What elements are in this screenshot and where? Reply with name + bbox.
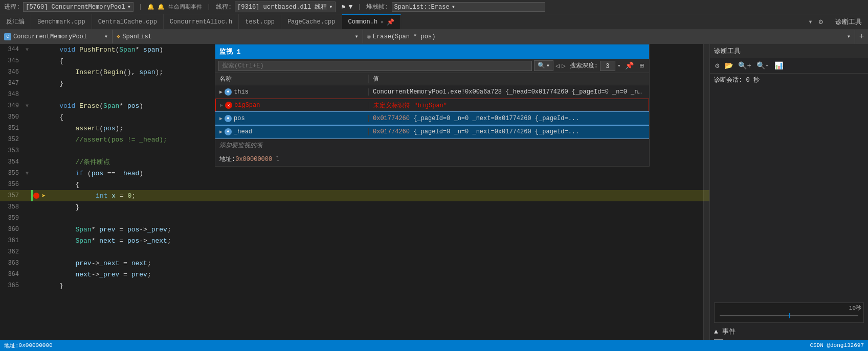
line-content-363: prev->_next = next; [41,260,709,267]
watch-row-this[interactable]: ▶ ● this ConcurrentMemoryPool.exe!0x00a6… [215,85,649,99]
tab-concurrentalloc[interactable]: ConcurrentAlloc.h [164,14,239,29]
watch-search-button[interactable]: 🔍 ▾ [534,60,553,71]
status-right: CSDN @dong132697 [810,342,864,348]
watch-row-head[interactable]: ▶ ● _head 0x01774260 {_pageId=0 _n=0 _ne… [215,125,649,138]
thread-dropdown[interactable]: [9316] ucrtbased.dll 线程 ▾ [235,2,335,12]
breakpoint-357[interactable] [33,193,39,199]
watch-row-pos-value: 0x01774260 {_pageId=0 _n=0 _next=0x01774… [369,115,649,122]
sep2: | [207,4,211,11]
diag-zoom-in-icon[interactable]: 🔍+ [737,60,752,71]
events-label: ▲ 事件 [714,328,736,336]
line-num-344: 344 [0,46,23,53]
line-content-357: int x = 0; [46,192,709,200]
function-dropdown[interactable]: ◉ Erase(Span * pos) ▾ [363,30,855,43]
watch-bottom-bar: 地址: 0x00000000 ⤵ [215,152,649,166]
tab-pagecache[interactable]: PageCache.cpp [281,14,342,29]
code-line-360: 360 Span* prev = pos->_prev; [0,224,709,235]
function-chevron-icon: ▾ [847,33,851,40]
line-num-352: 352 [0,136,23,143]
line-num-349: 349 [0,102,23,109]
top-bar: 进程: [5760] ConcurrentMemoryPool ▾ | 🔔 🔔 … [0,0,868,14]
line-num-355: 355 [0,170,23,177]
watch-grid-icon[interactable]: ⊞ [638,60,646,71]
depth-dropdown-icon[interactable]: ▾ [617,62,621,69]
tab-commonh-pin-icon[interactable]: 📌 [387,18,394,26]
watch-search-input[interactable] [218,61,532,71]
class-value: ConcurrentMemoryPool [13,33,87,40]
line-content-365: } [41,282,709,290]
tab-commonh[interactable]: Common.h ✕ 📌 [342,14,402,29]
tab-benchmark[interactable]: Benchmark.cpp [31,14,92,29]
watch-add-hint: 添加要监视的项 [219,141,262,150]
watch-row-pos[interactable]: ▶ ● pos 0x01774260 {_pageId=0 _n=0 _next… [215,112,649,125]
line-content-364: next->_prev = prev; [41,271,709,278]
line-num-345: 345 [0,57,23,64]
tab-centralcache-label: CentralCache.cpp [98,18,157,26]
watch-col-value-header: 值 [369,75,649,83]
tab-test[interactable]: test.cpp [239,14,281,29]
tab-commonh-close-icon[interactable]: ✕ [381,19,384,25]
tab-list-icon[interactable]: ▾ [806,16,814,27]
diagnostics-timeline[interactable]: 10秒 [714,302,864,323]
watch-toolbar: 🔍 ▾ ◁ ▷ 搜索深度: ▾ 📌 ⊞ [215,59,649,73]
method-dropdown[interactable]: ❖ SpanList ▾ [113,30,363,43]
line-num-360: 360 [0,226,23,233]
search-depth-label: 搜索深度: [570,61,598,70]
process-dropdown[interactable]: [5760] ConcurrentMemoryPool ▾ [23,2,133,12]
thread-value: [9316] ucrtbased.dll 线程 [237,3,327,11]
watch-bigspan-label: bigSpan [234,102,260,109]
watch-title: 监视 1 [219,47,241,56]
tab-test-label: test.cpp [245,18,275,26]
search-depth-input[interactable] [600,61,615,71]
process-chevron-icon: ▾ [127,3,131,11]
line-num-347: 347 [0,80,23,87]
expand-this-icon[interactable]: ▶ [219,89,222,95]
line-content-358: } [41,203,709,211]
filter-icon[interactable]: ⚑ [342,3,346,11]
fold-349[interactable]: ▼ [23,103,31,109]
diag-chart-icon[interactable]: 📊 [773,60,784,71]
tab-centralcache[interactable]: CentralCache.cpp [92,14,164,29]
expand-bigspan-icon[interactable]: ▶ [220,102,223,108]
watch-row-pos-name: ▶ ● pos [215,115,369,122]
watch-pin-icon[interactable]: 📌 [623,60,636,71]
watch-add-row[interactable]: 添加要监视的项 [215,138,649,152]
line-num-350: 350 [0,113,23,121]
watch-pos-details: {_pageId=0 _n=0 _next=0x01774260 {_pageI… [413,115,579,122]
timeline-cursor[interactable] [789,313,790,318]
lifecycle-label: 🔔 生命周期事件 [158,3,202,11]
watch-address-nav-icon: ⤵ [276,155,279,163]
status-address-label: 地址: [4,342,19,349]
line-num-354: 354 [0,158,23,166]
code-line-365: 365 } [0,280,709,291]
nav-bar: C ConcurrentMemoryPool ▾ ❖ SpanList ▾ ◉ … [0,30,868,44]
stack-dropdown[interactable]: SpanList::Erase ▾ [392,2,545,12]
line-num-362: 362 [0,248,23,255]
process-value: [5760] ConcurrentMemoryPool [26,4,125,11]
watch-table: 名称 值 ▶ ● this ConcurrentMemoryPool.exe!0… [215,73,649,152]
watch-head-addr: 0x01774260 [373,128,410,135]
class-dropdown[interactable]: C ConcurrentMemoryPool ▾ [0,30,113,43]
diag-settings-icon[interactable]: ⚙ [714,60,720,71]
code-editor[interactable]: 344 ▼ void PushFront(Span* span) 345 { 3… [0,44,709,351]
diagnostics-title: 诊断工具 [714,46,741,56]
process-label: 进程: [4,3,20,11]
fold-344[interactable]: ▼ [23,47,31,53]
expand-head-icon[interactable]: ▶ [219,129,222,135]
watch-address-value: 0x00000000 [235,156,272,163]
watch-row-bigspan-name: ▶ ✕ bigSpan [216,102,369,109]
diag-zoom-out-icon[interactable]: 🔍- [755,60,770,71]
fold-355[interactable]: ▼ [23,171,31,176]
diag-open-icon[interactable]: 📂 [723,60,734,71]
nav-add-button[interactable]: + [855,30,868,44]
filter2-icon[interactable]: ▼ [348,3,352,11]
forward-nav-icon[interactable]: ▷ [562,62,566,70]
watch-row-bigspan[interactable]: ▶ ✕ bigSpan 未定义标识符 "bigSpan" [215,99,649,112]
tab-settings-icon[interactable]: ⚙ [817,16,825,27]
watch-head-label: _head [234,128,252,135]
expand-pos-icon[interactable]: ▶ [219,115,222,122]
method-chevron-icon: ▾ [354,33,358,40]
tab-disassembly[interactable]: 反汇编 [0,14,31,29]
back-nav-icon[interactable]: ◁ [555,62,560,70]
search-dropdown-icon[interactable]: ▾ [546,62,550,69]
